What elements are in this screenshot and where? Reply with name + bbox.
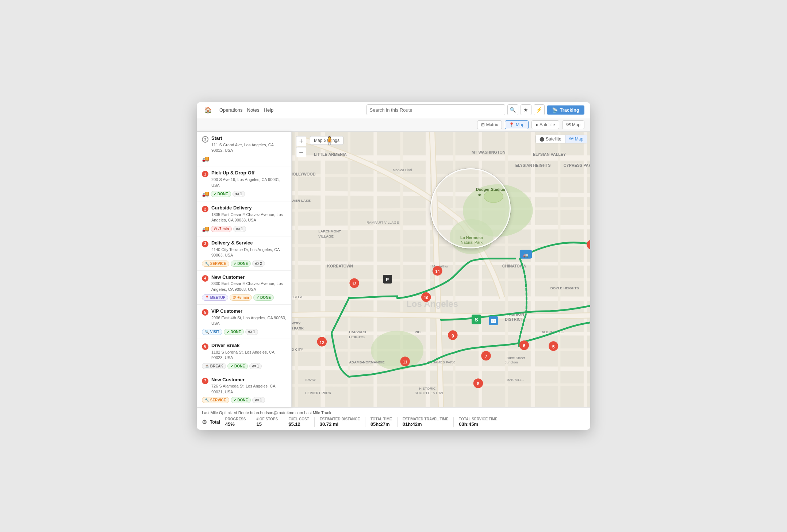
svg-text:12: 12 [320, 340, 324, 344]
lightning-icon[interactable]: ⚡ [534, 104, 545, 115]
svg-text:ELYSIAN HEIGHTS: ELYSIAN HEIGHTS [515, 163, 551, 167]
app-window: 🏠 Operations Notes Help 🔍 ★ ⚡ 📡 Tracking… [197, 102, 590, 430]
map-controls-bar: ⊞ Matrix 📍 Map ● Satellite 🗺 Map [197, 118, 590, 132]
svg-text:LITTLE ARMENIA: LITTLE ARMENIA [314, 152, 347, 157]
stat-service-time: Total Service Time 03h:45m [454, 417, 502, 427]
list-item: 1 Pick-Up & Drop-Off 200 S Ave 19, Los A… [197, 166, 291, 201]
home-icon[interactable]: 🏠 [203, 104, 214, 115]
count-badge: 🏷 1 [233, 191, 245, 197]
search-icon[interactable]: 🔍 [507, 104, 518, 115]
stop-number: 1 [202, 171, 208, 177]
stop-header: 1 Pick-Up & Drop-Off 200 S Ave 19, Los A… [202, 170, 286, 188]
svg-text:CLUB PARK: CLUB PARK [292, 326, 304, 330]
stops-label: # of Stops [256, 417, 278, 421]
stop-title: Driver Break [211, 343, 286, 349]
stop-badges: 🚚 [202, 155, 286, 162]
stop-title: Start [211, 135, 286, 142]
time-badge: ⏱ -7 min [211, 226, 232, 232]
svg-text:BOYLE HEIGHTS: BOYLE HEIGHTS [550, 286, 579, 290]
count-badge: 🏷 2 [252, 261, 265, 267]
satellite-circle-icon: ⬤ [540, 136, 544, 142]
matrix-button[interactable]: ⊞ Matrix [477, 120, 502, 129]
stop-badges: 🔧 SERVICE ✓ DONE 🏷 2 [202, 261, 286, 267]
stop-info: Curbside Delivery 1835 East Cesar E Chav… [211, 205, 286, 223]
svg-text:HOLLYWOOD: HOLLYWOOD [292, 172, 316, 176]
svg-text:Natural Park: Natural Park [461, 240, 483, 244]
svg-text:HEIGHTS: HEIGHTS [349, 335, 365, 339]
svg-text:8: 8 [477, 381, 480, 386]
svg-text:10: 10 [424, 296, 428, 300]
svg-line-6 [292, 244, 590, 245]
stop-address: 726 S Alameda St, Los Angeles, CA 90021,… [211, 383, 286, 395]
svg-text:DISTRICT: DISTRICT [505, 317, 523, 321]
stop-number: S [202, 136, 208, 143]
satellite-layer-button[interactable]: ⬤ Satellite [536, 135, 565, 143]
stops-value: 15 [256, 421, 278, 427]
count-badge: 🏷 1 [245, 329, 258, 335]
stop-title: New Customer [211, 377, 286, 383]
stop-header: S Start 111 S Grand Ave, Los Angeles, CA… [202, 135, 286, 154]
svg-line-3 [292, 193, 590, 195]
stop-address: 1835 East Cesar E Chavez Avenue, Los Ang… [211, 212, 286, 223]
svg-point-32 [484, 190, 503, 203]
map2-button[interactable]: 🗺 Map [562, 120, 584, 129]
service-time-value: 03h:45m [459, 421, 497, 427]
stat-distance: Estimated Distance 30.72 mi [315, 417, 365, 427]
nav-operations[interactable]: Operations [219, 106, 243, 114]
satellite-button[interactable]: ● Satellite [531, 120, 559, 129]
svg-text:SOUTH CENTRAL: SOUTH CENTRAL [415, 391, 445, 395]
map2-label: Map [572, 122, 580, 127]
done-badge: ✓ DONE [227, 363, 248, 369]
done-badge: ✓ DONE [224, 329, 244, 335]
tracking-label: Tracking [560, 107, 579, 113]
search-input[interactable] [370, 107, 502, 113]
top-bar: 🏠 Operations Notes Help 🔍 ★ ⚡ 📡 Tracking [197, 102, 590, 118]
stop-number: 4 [202, 275, 208, 282]
map-layers-icon: 🗺 [566, 122, 571, 127]
tracking-button[interactable]: 📡 Tracking [547, 105, 584, 115]
svg-text:14: 14 [435, 269, 439, 274]
driver-avatar: 🧍 [325, 136, 334, 146]
stop-address: 3300 East Cesar E Chavez Avenue, Los Ang… [211, 281, 286, 292]
map-svg: La Hermosa Natural Park Dodger Stadium 🏟… [292, 132, 590, 407]
stop-info: Start 111 S Grand Ave, Los Angeles, CA 9… [211, 135, 286, 154]
map-area[interactable]: La Hermosa Natural Park Dodger Stadium 🏟… [292, 132, 590, 407]
svg-text:5: 5 [552, 344, 555, 349]
nav-notes[interactable]: Notes [247, 106, 260, 114]
list-item: 3 Delivery & Service 4140 City Terrace D… [197, 236, 291, 271]
travel-time-label: Estimated Travel Time [403, 417, 449, 421]
search-box[interactable] [366, 104, 505, 115]
map-layer-button[interactable]: 🗺 Map [565, 135, 587, 143]
search-area: 🔍 ★ ⚡ 📡 Tracking [279, 104, 584, 115]
stop-address: 200 S Ave 19, Los Angeles, CA 90031, USA [211, 177, 286, 188]
stats-row: ⚙ Total Progress 45% # of Stops 15 Fuel … [202, 417, 585, 427]
svg-text:HISTORIC: HISTORIC [419, 386, 436, 390]
stop-title: VIP Customer [211, 308, 286, 315]
map-pin-icon: 📍 [509, 122, 514, 127]
truck-icon: 🚚 [202, 190, 209, 197]
svg-line-8 [292, 280, 590, 280]
stop-number: 2 [202, 206, 208, 212]
nav-menu: Operations Notes Help [219, 106, 273, 114]
map-view-button[interactable]: 📍 Map [505, 120, 528, 129]
stop-badges: 🔍 VISIT ✓ DONE 🏷 1 [202, 329, 286, 335]
zoom-in-button[interactable]: + [296, 136, 306, 146]
list-item: 2 Curbside Delivery 1835 East Cesar E Ch… [197, 201, 291, 236]
done-badge: ✓ DONE [253, 294, 274, 301]
svg-text:PIC...: PIC... [415, 329, 423, 334]
zoom-out-button[interactable]: − [296, 147, 306, 157]
svg-text:LEIMERT PARK: LEIMERT PARK [305, 391, 331, 395]
svg-text:SHAW: SHAW [305, 378, 315, 382]
list-item: 7 New Customer 726 S Alameda St, Los Ang… [197, 373, 291, 408]
nav-help[interactable]: Help [264, 106, 274, 114]
stop-title: New Customer [211, 274, 286, 281]
svg-text:WESTLA: WESTLA [292, 294, 303, 298]
svg-text:Dodger Stadium: Dodger Stadium [476, 187, 506, 192]
service-badge: 🔧 SERVICE [202, 261, 229, 267]
done-badge: ✓ DONE [211, 191, 231, 197]
stop-header: 6 Driver Break 1182 S Lorena St, Los Ang… [202, 343, 286, 361]
star-icon[interactable]: ★ [521, 104, 531, 115]
stop-address: 1182 S Lorena St, Los Angeles, CA 90023,… [211, 350, 286, 361]
gear-icon[interactable]: ⚙ [202, 419, 207, 425]
list-item: 4 New Customer 3300 East Cesar E Chavez … [197, 271, 291, 305]
